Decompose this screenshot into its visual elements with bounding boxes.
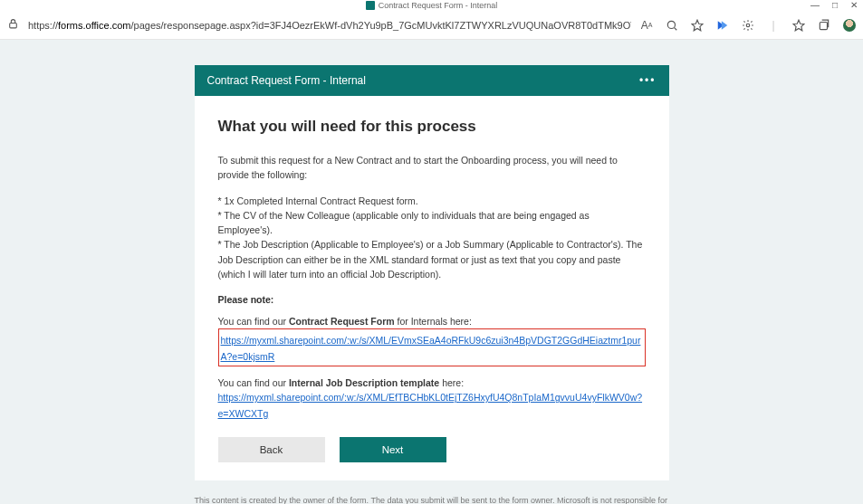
disclaimer-text: This content is created by the owner of … <box>195 495 669 504</box>
contract-form-prompt: You can find our Contract Request Form f… <box>218 316 646 327</box>
bullet-item: * The Job Description (Applicable to Emp… <box>218 237 646 281</box>
bullet-item: * The CV of the New Colleague (applicabl… <box>218 208 646 238</box>
form-container: Contract Request Form - Internal ••• Wha… <box>195 65 669 504</box>
back-button[interactable]: Back <box>218 437 325 462</box>
highlighted-link-box: https://myxml.sharepoint.com/:w:/s/XML/E… <box>218 328 646 366</box>
minimize-icon[interactable]: — <box>810 0 820 10</box>
svg-point-1 <box>667 21 675 28</box>
contract-form-link[interactable]: https://myxml.sharepoint.com/:w:/s/XML/E… <box>221 335 641 362</box>
section-heading: What you will need for this process <box>218 118 646 136</box>
svg-marker-5 <box>793 20 804 31</box>
requirements-list: * 1x Completed Internal Contract Request… <box>218 194 646 282</box>
svg-rect-6 <box>820 22 827 29</box>
svg-point-4 <box>746 24 750 27</box>
url-protocol: https:// <box>28 20 58 31</box>
intro-text: To submit this request for a New Contrac… <box>218 154 646 183</box>
automate-icon[interactable] <box>716 19 729 32</box>
text-size-icon[interactable]: AA <box>640 19 653 32</box>
address-bar[interactable]: https://forms.office.com/pages/responsep… <box>28 20 631 31</box>
bullet-item: * 1x Completed Internal Contract Request… <box>218 194 646 208</box>
svg-line-2 <box>675 27 677 30</box>
button-row: Back Next <box>218 437 646 462</box>
divider: | <box>767 19 780 32</box>
svg-marker-3 <box>692 20 703 31</box>
more-options-icon[interactable]: ••• <box>639 74 657 87</box>
extensions-icon[interactable] <box>742 19 754 32</box>
site-info-icon[interactable] <box>7 18 19 32</box>
forms-app-icon <box>366 1 375 10</box>
form-header: Contract Request Form - Internal ••• <box>195 65 669 96</box>
collections-icon[interactable] <box>818 19 830 32</box>
form-header-title: Contract Request Form - Internal <box>207 74 366 87</box>
window-titlebar: Contract Request Form - Internal — □ ✕ <box>0 0 863 11</box>
url-path: /pages/responsepage.aspx?id=3FJ4OezrEkWf… <box>131 20 631 31</box>
page-content: Contract Request Form - Internal ••• Wha… <box>0 40 863 504</box>
close-icon[interactable]: ✕ <box>850 0 858 10</box>
job-description-link[interactable]: https://myxml.sharepoint.com/:w:/s/XML/E… <box>218 392 643 419</box>
form-body: What you will need for this process To s… <box>195 96 669 480</box>
window-title: Contract Request Form - Internal <box>379 1 498 10</box>
maximize-icon[interactable]: □ <box>832 0 838 10</box>
next-button[interactable]: Next <box>340 437 446 462</box>
please-note-label: Please note: <box>218 294 646 305</box>
profile-avatar[interactable] <box>843 19 856 32</box>
search-icon[interactable] <box>666 19 678 32</box>
favorite-icon[interactable] <box>691 19 704 32</box>
favorites-bar-icon[interactable] <box>792 19 805 32</box>
form-footer: This content is created by the owner of … <box>195 495 669 504</box>
url-host: forms.office.com <box>58 20 131 31</box>
job-description-prompt: You can find our Internal Job Descriptio… <box>218 377 646 388</box>
browser-toolbar: https://forms.office.com/pages/responsep… <box>0 11 863 40</box>
svg-rect-0 <box>10 23 17 27</box>
